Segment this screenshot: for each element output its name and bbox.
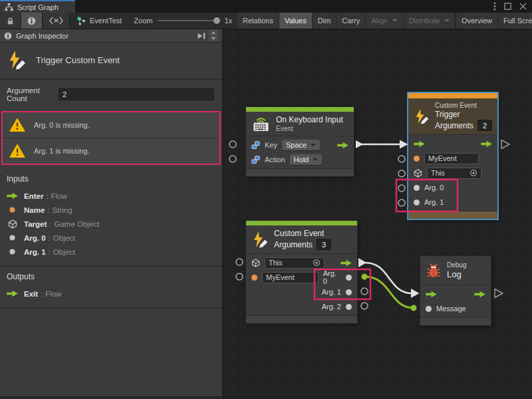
cube-icon [8,219,17,229]
string-port[interactable] [414,156,420,162]
action-label: Action [265,156,285,164]
target-row: This [408,166,497,180]
arguments-count-field[interactable]: 3 [317,239,331,250]
lock-icon [6,17,15,25]
triangle-down-icon [211,37,215,40]
wire-customevent-to-debug [358,258,420,298]
tab-title: Script Graph [17,3,59,11]
port-type: Flow [45,290,61,298]
inspected-node-title: Trigger Custom Event [36,55,120,65]
event-name-field[interactable]: MyEvent [424,153,479,164]
graph-variable-icon [251,141,260,150]
warning-text: Arg. 1 is missing. [34,147,90,155]
menu-kebab-icon[interactable] [493,2,496,11]
flow-out-port[interactable] [337,142,348,149]
carry-button[interactable]: Carry [336,13,366,29]
graph-canvas[interactable]: On Keyboard Input Event Key Space Action… [223,29,532,399]
wire-keyboard-to-trigger [356,140,408,149]
event-name-field[interactable]: MyEvent [262,272,319,283]
argument-count-input[interactable]: 2 [59,88,214,100]
target-field[interactable]: This [265,257,325,269]
graph-breadcrumb[interactable]: EventTest [70,13,128,29]
object-picker-icon[interactable] [313,259,321,267]
zoom-slider-handle[interactable] [213,17,220,24]
target-field[interactable]: This [427,168,481,179]
string-port[interactable] [251,275,257,281]
chevron-down-icon [313,158,318,161]
custom-event-icon [251,231,269,248]
keyboard-input-icon [251,116,271,132]
node-on-keyboard-input[interactable]: On Keyboard Input Event Key Space Action… [246,107,354,176]
target-value: This [431,169,445,177]
port-separator: : [46,192,48,200]
arguments-count-field[interactable]: 2 [477,120,492,131]
align-dropdown[interactable]: Align [366,13,403,29]
zoom-slider[interactable] [158,20,219,21]
graph-asset-icon [77,17,86,25]
distribute-dropdown[interactable]: Distribute [404,13,456,29]
key-value: Space [286,141,307,149]
carry-label: Carry [342,17,360,25]
flow-in-port[interactable] [426,291,437,298]
scroll-down-button[interactable] [209,36,218,41]
port-separator: : [49,248,51,256]
relations-button[interactable]: Relations [237,13,279,29]
key-row: Key Space [246,138,354,152]
dim-button[interactable]: Dim [313,13,337,29]
scroll-up-button[interactable] [209,30,218,35]
node-header: On Keyboard Input Event [246,112,354,136]
lock-button[interactable] [0,13,21,29]
port-name: Enter [24,192,43,200]
node-footer [246,168,354,176]
overview-button[interactable]: Overview [456,13,498,29]
object-picker-icon[interactable] [469,169,477,177]
inputs-heading: Inputs [7,174,215,184]
graph-variable-icon [251,156,260,164]
key-label: Key [265,141,277,149]
close-icon[interactable] [519,3,527,10]
code-icon [49,17,63,25]
maximize-icon[interactable] [504,3,511,10]
node-body: Key Space Action Hold [246,136,354,168]
port-type: String [53,206,72,214]
flow-arrow-icon [7,192,18,200]
flow-row [420,287,491,301]
object-out-port[interactable] [346,289,352,295]
arguments-count-value: 2 [483,122,487,130]
warning-row: Arg. 1 is missing. [3,138,219,164]
flow-arrow-icon [7,290,18,297]
node-custom-event[interactable]: Custom Event Arguments 3 This MyEvent [246,221,357,323]
object-port[interactable] [414,185,420,191]
dock-panel-icon[interactable] [197,32,206,40]
tab-script-graph[interactable]: Script Graph [0,0,75,13]
node-trigger-custom-event[interactable]: Custom Event Trigger Arguments 2 MyEvent [408,93,497,219]
node-debug-log[interactable]: Debug Log Message [420,256,491,325]
flow-out-port[interactable] [340,259,352,267]
inspector-toggle-button[interactable] [21,13,43,29]
object-out-port[interactable] [346,304,352,310]
message-port[interactable] [426,306,432,312]
port-name: Arg. 1 [24,248,46,256]
event-name-row: MyEvent [408,151,497,166]
arg-label: Arg. 2 [322,303,341,311]
message-row: Message [420,301,491,316]
inputs-section: Inputs Enter : Flow Name : String Target… [0,169,222,267]
flow-out-port[interactable] [474,291,485,298]
key-dropdown[interactable]: Space [282,140,320,150]
outputs-heading: Outputs [7,272,215,281]
chevron-down-icon [444,19,450,22]
values-button[interactable]: Values [279,13,313,29]
flow-in-port[interactable] [414,140,425,148]
flow-out-port[interactable] [481,140,492,148]
action-dropdown[interactable]: Hold [290,154,323,165]
action-row: Action Hold [246,152,354,167]
node-header: Custom Event Trigger Arguments 2 [408,98,497,135]
script-graph-icon [5,3,13,11]
object-port[interactable] [414,200,420,205]
code-view-button[interactable] [43,13,70,29]
inspector-scroll-spinner [209,30,218,41]
full-screen-button[interactable]: Full Screen [498,13,532,29]
object-out-port[interactable] [346,275,352,281]
debug-bug-icon [426,263,442,279]
warnings-highlight-box: Arg. 0 is missing. Arg. 1 is missing. [1,111,221,165]
